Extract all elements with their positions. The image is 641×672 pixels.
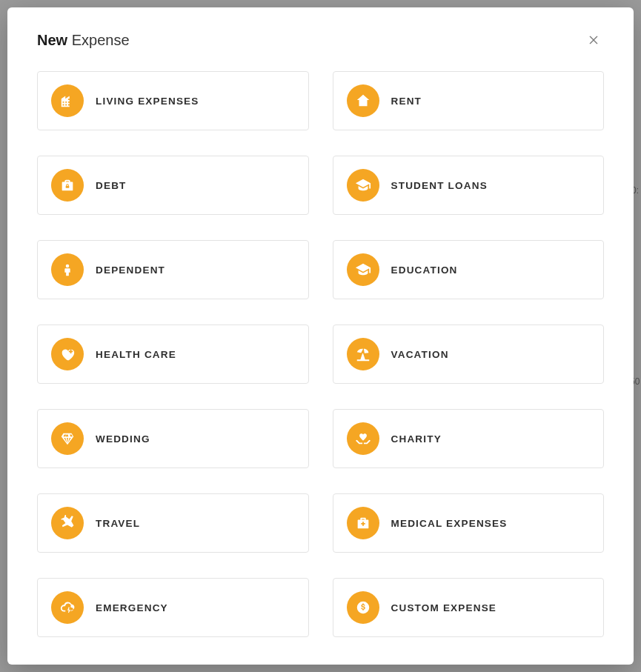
category-vacation[interactable]: VACATION [333, 325, 605, 384]
category-label: DEPENDENT [96, 265, 165, 276]
graduation-icon [347, 253, 379, 286]
house-dollar-icon [347, 84, 379, 117]
close-button[interactable] [583, 30, 604, 50]
category-label: MEDICAL EXPENSES [391, 518, 508, 529]
category-label: TRAVEL [96, 518, 140, 529]
diamond-icon [51, 422, 84, 455]
heart-plus-icon [51, 338, 84, 370]
cloud-bolt-icon [51, 591, 84, 624]
category-label: RENT [391, 96, 422, 107]
category-living-expenses[interactable]: LIVING EXPENSES [37, 71, 309, 130]
category-health-care[interactable]: HEALTH CARE [37, 325, 309, 384]
category-label: CUSTOM EXPENSE [391, 602, 497, 613]
category-wedding[interactable]: WEDDING [37, 409, 309, 468]
category-label: EDUCATION [391, 265, 458, 276]
modal-title-rest: Expense [72, 32, 130, 48]
category-label: EMERGENCY [96, 602, 168, 613]
modal-title: New Expense [37, 32, 130, 49]
category-label: WEDDING [96, 433, 150, 445]
category-rent[interactable]: RENT [333, 71, 605, 130]
category-medical-expenses[interactable]: MEDICAL EXPENSES [333, 493, 605, 553]
graduation-icon [347, 169, 379, 202]
category-label: VACATION [391, 349, 449, 360]
person-icon [51, 253, 84, 286]
beach-icon [347, 338, 379, 370]
category-student-loans[interactable]: STUDENT LOANS [333, 156, 605, 215]
category-travel[interactable]: TRAVEL [37, 493, 309, 553]
category-grid: LIVING EXPENSES RENT DEBT STUDENT LOANS [37, 71, 604, 637]
category-education[interactable]: EDUCATION [333, 240, 605, 299]
city-icon [51, 84, 84, 117]
briefcase-lock-icon [51, 169, 84, 202]
category-dependent[interactable]: DEPENDENT [37, 240, 309, 299]
modal-header: New Expense [37, 30, 604, 50]
category-debt[interactable]: DEBT [37, 156, 309, 215]
category-emergency[interactable]: EMERGENCY [37, 578, 309, 637]
medkit-icon [347, 507, 379, 539]
category-charity[interactable]: CHARITY [333, 409, 605, 468]
category-label: DEBT [96, 180, 127, 191]
category-label: CHARITY [391, 433, 442, 445]
hands-heart-icon [347, 422, 379, 455]
new-expense-modal: New Expense LIVING EXPENSES RENT [7, 7, 634, 665]
close-icon [588, 34, 600, 46]
category-label: LIVING EXPENSES [96, 96, 199, 107]
category-label: STUDENT LOANS [391, 180, 488, 191]
category-custom-expense[interactable]: CUSTOM EXPENSE [333, 578, 605, 637]
category-label: HEALTH CARE [96, 349, 176, 360]
modal-title-bold: New [37, 32, 67, 48]
coin-dollar-icon [347, 591, 379, 624]
plane-icon [51, 507, 84, 539]
